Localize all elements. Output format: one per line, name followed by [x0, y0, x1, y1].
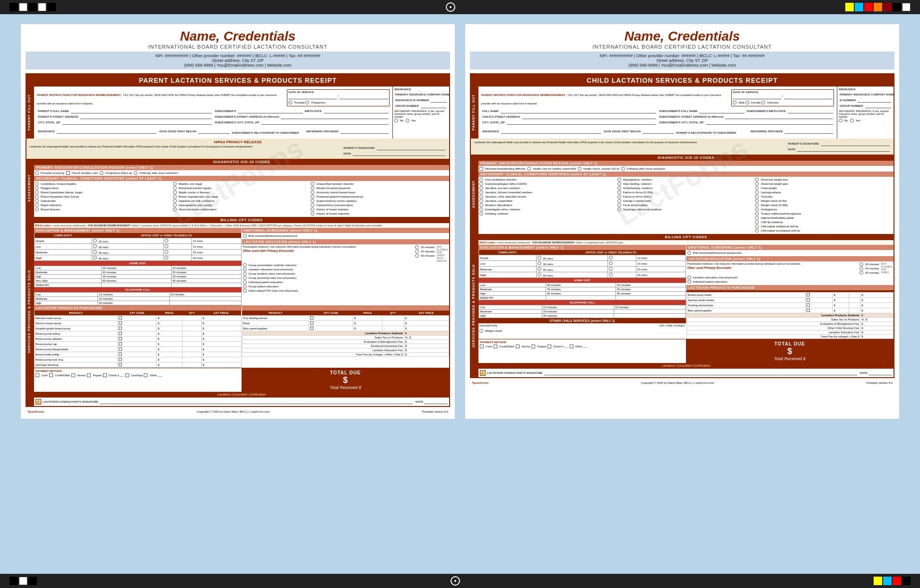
- left-travel-fee-row: Travel Fee (by mileage): x Miles x Rate …: [242, 353, 449, 357]
- right-payment-method-header: PAYMENT METHOD: [480, 341, 685, 344]
- left-products-subtotal-row: Lactation Products Subtotal$: [242, 331, 449, 336]
- left-postpartum-check[interactable]: Postpartum: [305, 101, 326, 104]
- left-lact-ed-items: Preventative medicine / risk reduction i…: [242, 244, 450, 294]
- right-lactation-ed-subheader: LACTATION EDUCATION (select ONLY 1): [686, 256, 894, 261]
- left-total-received-label: Total Received $: [245, 385, 445, 390]
- left-parent-lactation-care[interactable]: Parent lactation care: [66, 171, 98, 175]
- right-products-subtotal-row: Lactation Products Subtotal$: [686, 313, 894, 318]
- right-other-child-header: OTHER CHILD SERVICES (select ONLY 1): [478, 318, 686, 323]
- top-color-bar: [0, 0, 920, 14]
- right-contact-3: (999) 999-9999 | You@EmailAddress.com | …: [474, 63, 891, 68]
- parent-form-panel: LactForms Name, Credentials INTERNATIONA…: [20, 24, 455, 419]
- right-payment-methods: PAYMENT METHOD Cash Credit/Debit Venmo P…: [478, 339, 686, 363]
- right-em-grid: EVALUATION & MANAGEMENT (select ONLY 1) …: [478, 245, 894, 339]
- left-referring-label: REFERRING PROVIDER: [306, 130, 338, 133]
- right-top-section: PARENT FILL OUT PARENT INSTRUCTIONS FOR …: [471, 86, 894, 138]
- right-consultant-sig-label: LACTATION CONSULTANT'S SIGNATURE: [487, 372, 543, 374]
- right-preventative-text: Preventative medicine / risk reduction i…: [687, 262, 858, 265]
- left-lact-ed-fee-row: Lactation Education Fee$: [242, 348, 449, 353]
- left-secondary-ins-text: SECONDARY INSURANCE: If yes, second insu…: [394, 110, 448, 118]
- left-often-used: Often used with Primary Encounter: [243, 249, 414, 252]
- left-product-row-feeding: Any feeding device$$: [242, 316, 449, 321]
- right-total-due-label: TOTAL DUE: [690, 341, 890, 346]
- left-street-label: PARENT'S STREET ADDRESS: [38, 115, 78, 118]
- left-payment-method-header: PAYMENT METHOD: [35, 370, 240, 372]
- left-complexity-th: COMPLEXITY: [35, 233, 92, 238]
- right-group-items: Lactation education (non-physician) Indi…: [687, 276, 893, 284]
- left-payment-total-section: PAYMENT METHOD Cash Credit/Debit Venmo P…: [34, 368, 449, 392]
- left-emotional-subheader: EMOTIONAL SCREENING (select ONLY 1): [242, 228, 450, 233]
- left-sign-section: ✍ LACTATION CONSULTANT'S SIGNATURE DATE: [34, 397, 449, 406]
- left-services-side-label: SERVICES PROVIDED & PRODUCTS SOLD: [26, 217, 34, 406]
- left-yes-secondary[interactable]: Yes: [406, 119, 416, 122]
- left-contact-1: NPI: ########## | Other provider number:…: [29, 53, 446, 58]
- left-assessment-section: ASSESSMENT DIAGNOSTIC ICD-10 CODES PRIMA…: [26, 159, 449, 217]
- right-contact-1: NPI: ########## | Other provider number:…: [474, 53, 891, 58]
- left-followup-issue[interactable]: Followup after issue resolution: [134, 171, 178, 175]
- right-em-section: EVALUATION & MANAGEMENT (select ONLY 1) …: [478, 245, 686, 339]
- right-em-subheader: EVALUATION & MANAGEMENT (select ONLY 1): [478, 245, 686, 250]
- left-product-row-electric: Electric breast pump$$: [35, 321, 242, 326]
- left-prenatal-check[interactable]: Prenatal: [288, 101, 304, 104]
- left-no-secondary[interactable]: No: [394, 119, 404, 122]
- right-billing-header: BILLING CPT CODES: [478, 234, 894, 240]
- left-city-label: CITY, STATE, ZIP: [38, 121, 61, 124]
- left-products-table-right: PRODUCT CPT CODE PRICE QTY EXT PRICE Any…: [242, 311, 450, 357]
- left-payment-methods: PAYMENT METHOD Cash Credit/Debit Venmo P…: [34, 368, 242, 392]
- left-consultant-sig-label: LACTATION CONSULTANT'S SIGNATURE: [43, 400, 98, 403]
- left-em-fee-row: Evaluation & Management Fee$: [242, 340, 449, 344]
- left-product-row-adapter: Breast pump adapter$$: [35, 337, 242, 342]
- left-product-row-misc: Misc parts/supplies$$: [242, 326, 449, 331]
- left-sign-icon: ✍: [35, 399, 41, 405]
- right-instructions-label: PARENT INSTRUCTIONS FOR INSURANCE REIMBU…: [481, 94, 566, 96]
- right-payment-total-section: PAYMENT METHOD Cash Credit/Debit Venmo P…: [478, 339, 894, 363]
- right-often-used: Often used Primary Encounter: [687, 266, 858, 269]
- left-parents-label: PARENT'S FULL NAME: [38, 110, 69, 112]
- left-id-label: INSURANCE ID NUMBER: [395, 99, 429, 102]
- right-letterhead: Name, Credentials INTERNATIONAL BOARD CE…: [470, 29, 894, 69]
- left-hipaa-title: HIPAA PRIVACY RELEASE: [28, 140, 447, 144]
- right-dos-label: DATE OF SERVICE: [733, 91, 833, 94]
- main-container: LactForms Name, Credentials INTERNATIONA…: [0, 14, 920, 429]
- right-total-due-box: TOTAL DUE $ Total Received $: [686, 339, 894, 363]
- right-emotional-items: Brief emotional/behavioral assessment: [686, 250, 894, 256]
- right-side-label-fill: PARENT FILL OUT: [471, 86, 478, 138]
- left-hipaa-text: I authorize the undersigned health care …: [29, 145, 341, 148]
- left-dos-label: DATE OF SERVICE: [288, 91, 388, 94]
- right-travel-fee-row: Travel Fee (by mileage): x Rate $$: [686, 335, 894, 339]
- left-subscriber-street-label: SUBSCRIBER'S STREET ADDRESS (if differen…: [215, 115, 279, 118]
- left-product-row-hospital: Hospital-grade breast pump$$: [35, 326, 242, 331]
- left-billing-note: BOLD codes = most commonly reimbursed FO…: [34, 223, 449, 228]
- left-products-table-left: PRODUCT CPT CODE PRICE QTY EXT PRICE Man…: [34, 311, 242, 368]
- right-emotional-subheader: EMOTIONAL SCREENING (select ONLY 1): [686, 245, 894, 250]
- left-lact-logo: 🔖lactForms: [27, 410, 44, 413]
- right-total-received-label: Total Received $: [690, 356, 890, 361]
- left-provider-title: INTERNATIONAL BOARD CERTIFIED LACTATION …: [26, 44, 450, 50]
- right-insurance-side: INSURANCE PRIMARY INSURANCE COMPANY NAME…: [837, 86, 894, 138]
- left-contact-2: Street address, City ST ZIP: [29, 58, 446, 63]
- right-weight-check-row: Weight check: [478, 328, 686, 334]
- right-sign-icon: ✍: [480, 370, 486, 376]
- left-primary-options: Prenatal screening Parent lactation care…: [34, 170, 449, 176]
- right-form-title: CHILD LACTATION SERVICES & PRODUCTS RECE…: [471, 74, 894, 86]
- left-group-items: Group preventative med/risk reduction La…: [243, 263, 449, 293]
- right-billing-note: BOLD codes = most commonly reimbursed FO…: [478, 240, 894, 245]
- left-version: Printable Version 8.0: [422, 410, 448, 413]
- left-billing-content: BILLING CPT CODES BOLD codes = most comm…: [34, 217, 449, 406]
- left-lactation-ed-subheader: LACTATION EDUCATION (select ONLY 1): [242, 239, 450, 244]
- left-prenatal-screening[interactable]: Prenatal screening: [35, 171, 64, 175]
- left-billing-header: BILLING CPT CODES: [34, 217, 449, 223]
- right-billing-section: SERVICES PROVIDED & PRODUCTS SOLD BILLIN…: [471, 234, 894, 377]
- left-emotional-fee-row: Emotional Screening Fee$: [242, 344, 449, 348]
- left-office-th: OFFICE VISIT or VIDEO TELEHEALTH: [92, 233, 241, 238]
- left-letterhead: Name, Credentials INTERNATIONAL BOARD CE…: [26, 29, 450, 69]
- left-insurance-header: INSURANCE: [394, 88, 448, 91]
- bottom-color-bar: [0, 574, 920, 588]
- left-date-label: DATE: [344, 152, 351, 155]
- right-products-header: LACTATION PRODUCTS PURCHASED: [686, 285, 894, 290]
- right-assessment-section: ASSESSMENT DIAGNOSTIC ICD-10 CODES PRIMA…: [471, 155, 894, 234]
- left-products-right-header: [242, 305, 450, 311]
- left-assessment-content: DIAGNOSTIC ICD-10 CODES PRIMARY: ENCOUNT…: [34, 159, 449, 217]
- right-other-child-desc-header: DESCRIPTION CPT CODE IF/VIDEO: [478, 323, 686, 328]
- left-postpartum-followup[interactable]: Postpartum follow-up: [100, 171, 132, 175]
